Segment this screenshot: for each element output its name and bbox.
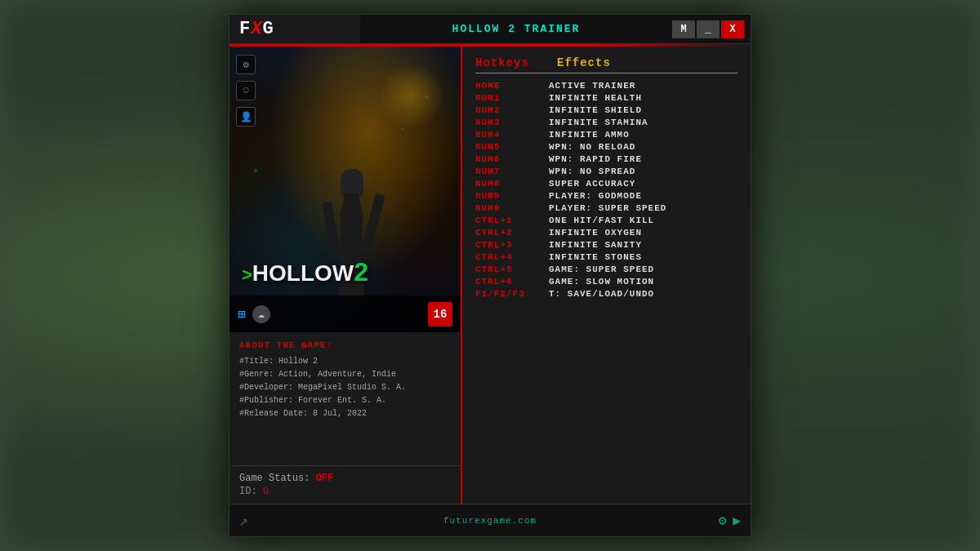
cover-bottom-bar: ⊞ ☁ 16 bbox=[229, 295, 461, 332]
hotkey-row: NUM6 WPN: RAPID FIRE bbox=[475, 153, 737, 165]
effect-infinite-oxygen: INFINITE OXYGEN bbox=[549, 228, 642, 238]
hotkey-row: HOME ACTIVE TRAINER bbox=[475, 80, 737, 91]
hotkey-row: NUM3 INFINITE STAMINA bbox=[475, 117, 737, 128]
footer-settings-icon[interactable]: ⚙ bbox=[719, 513, 727, 529]
game-status: Game Status: OFF bbox=[239, 473, 451, 484]
logo: FXG bbox=[239, 19, 274, 39]
key-num0: NUM0 bbox=[475, 203, 549, 213]
hotkey-row: CTRL+1 ONE HIT/FAST KILL bbox=[475, 215, 737, 226]
footer: ↗ futurexgame.com ⚙ ▶ bbox=[229, 504, 751, 536]
effect-game-super-speed: GAME: SUPER SPEED bbox=[549, 264, 654, 274]
about-line-3: #Developer: MegaPixel Studio S. A. bbox=[239, 381, 451, 394]
cover-icon-settings: ⚙ bbox=[236, 55, 256, 74]
hotkey-row: NUM9 PLAYER: GODMODE bbox=[475, 190, 737, 202]
minimize-button[interactable]: _ bbox=[697, 20, 719, 38]
id-label: ID: bbox=[239, 486, 257, 497]
hotkey-row: NUM5 WPN: NO RELOAD bbox=[475, 141, 737, 153]
footer-website: futurexgame.com bbox=[288, 516, 692, 526]
key-num4: NUM4 bbox=[475, 130, 549, 140]
effect-wpn-rapid-fire: WPN: RAPID FIRE bbox=[549, 154, 642, 164]
hotkey-row: NUM1 INFINITE HEALTH bbox=[475, 92, 737, 104]
steam-icon: ☁ bbox=[252, 305, 270, 323]
hotkeys-column-header: Hotkeys bbox=[475, 56, 557, 69]
key-num8: NUM8 bbox=[475, 179, 549, 189]
effect-wpn-no-reload: WPN: NO RELOAD bbox=[549, 142, 635, 152]
particle-2 bbox=[402, 128, 403, 130]
key-num6: NUM6 bbox=[475, 154, 549, 164]
footer-left: ↗ bbox=[239, 512, 288, 530]
age-rating-badge: 16 bbox=[428, 302, 452, 327]
trainer-window: FXG HOLLOW 2 TRAINER M _ X ⚙ ☺ bbox=[229, 14, 751, 537]
hotkey-row: NUM2 INFINITE SHIELD bbox=[475, 104, 737, 116]
window-title: HOLLOW 2 TRAINER bbox=[360, 23, 672, 35]
game-id: ID: 0 bbox=[239, 486, 451, 497]
key-num2: NUM2 bbox=[475, 105, 549, 115]
id-value: 0 bbox=[263, 486, 269, 497]
hotkey-list: HOME ACTIVE TRAINER NUM1 INFINITE HEALTH… bbox=[475, 80, 737, 300]
footer-right: ⚙ ▶ bbox=[692, 513, 741, 529]
main-content: ⚙ ☺ 👤 >HOLLOW2 ⊞ ☁ 16 bbox=[229, 47, 751, 504]
key-home: HOME bbox=[475, 81, 549, 91]
effect-super-accuracy: SUPER ACCURACY bbox=[549, 179, 635, 189]
left-panel: ⚙ ☺ 👤 >HOLLOW2 ⊞ ☁ 16 bbox=[229, 47, 462, 504]
hotkey-row: CTRL+2 INFINITE OXYGEN bbox=[475, 227, 737, 238]
menu-button[interactable]: M bbox=[672, 20, 695, 38]
footer-play-icon[interactable]: ▶ bbox=[733, 513, 741, 529]
hotkey-row: NUM8 SUPER ACCURACY bbox=[475, 178, 737, 189]
hotkey-row: CTRL+3 INFINITE SANITY bbox=[475, 239, 737, 251]
effect-one-hit-fast-kill: ONE HIT/FAST KILL bbox=[549, 216, 654, 225]
about-line-2: #Genre: Action, Adventure, Indie bbox=[239, 368, 451, 381]
effect-infinite-ammo: INFINITE AMMO bbox=[549, 130, 630, 140]
particle-1 bbox=[425, 96, 428, 98]
key-ctrl5: CTRL+5 bbox=[475, 264, 549, 274]
cover-icon-face: ☺ bbox=[236, 81, 256, 100]
effect-player-godmode: PLAYER: GODMODE bbox=[549, 191, 642, 201]
key-num3: NUM3 bbox=[475, 118, 549, 127]
title-bar: FXG HOLLOW 2 TRAINER M _ X bbox=[229, 15, 751, 44]
key-ctrl1: CTRL+1 bbox=[475, 216, 549, 225]
hotkey-row: NUM7 WPN: NO SPREAD bbox=[475, 166, 737, 177]
char-arm-right bbox=[361, 193, 385, 251]
hotkey-row: CTRL+5 GAME: SUPER SPEED bbox=[475, 264, 737, 275]
about-title: ABOUT THE GAME: bbox=[239, 340, 451, 350]
effect-save-load-undo: T: SAVE/LOAD/UNDO bbox=[549, 289, 654, 299]
effect-infinite-stamina: INFINITE STAMINA bbox=[549, 118, 648, 127]
char-head bbox=[341, 169, 363, 198]
about-line-5: #Release Date: 8 Jul, 2022 bbox=[239, 407, 451, 420]
effect-infinite-stones: INFINITE STONES bbox=[549, 252, 642, 262]
key-ctrl6: CTRL+6 bbox=[475, 277, 549, 287]
close-button[interactable]: X bbox=[721, 20, 744, 38]
effect-infinite-sanity: INFINITE SANITY bbox=[549, 240, 642, 250]
about-line-4: #Publisher: Forever Ent. S. A. bbox=[239, 394, 451, 407]
key-num5: NUM5 bbox=[475, 142, 549, 152]
hotkey-row: NUM0 PLAYER: SUPER SPEED bbox=[475, 202, 737, 214]
effect-game-slow-motion: GAME: SLOW MOTION bbox=[549, 277, 654, 287]
status-value: OFF bbox=[316, 473, 334, 484]
footer-logo-icon: ↗ bbox=[239, 512, 248, 530]
effect-infinite-health: INFINITE HEALTH bbox=[549, 93, 642, 103]
hotkey-row: CTRL+4 INFINITE STONES bbox=[475, 251, 737, 263]
key-num9: NUM9 bbox=[475, 191, 549, 201]
key-ctrl3: CTRL+3 bbox=[475, 240, 549, 250]
right-panel: Hotkeys Effects HOME ACTIVE TRAINER NUM1… bbox=[462, 47, 751, 504]
key-ctrl4: CTRL+4 bbox=[475, 252, 549, 262]
key-f1f2f3: F1/F2/F3 bbox=[475, 289, 549, 299]
key-num7: NUM7 bbox=[475, 167, 549, 176]
game-status-section: Game Status: OFF ID: 0 bbox=[229, 465, 461, 504]
logo-area: FXG bbox=[229, 15, 360, 43]
cover-icons: ⚙ ☺ 👤 bbox=[236, 55, 256, 127]
effect-infinite-shield: INFINITE SHIELD bbox=[549, 105, 642, 115]
cover-glow bbox=[379, 63, 444, 128]
effect-active-trainer: ACTIVE TRAINER bbox=[549, 81, 635, 91]
windows-icon: ⊞ bbox=[238, 306, 246, 322]
cover-icon-user: 👤 bbox=[236, 107, 256, 127]
hotkey-row: NUM4 INFINITE AMMO bbox=[475, 129, 737, 140]
status-label: Game Status: bbox=[239, 473, 310, 484]
key-num1: NUM1 bbox=[475, 93, 549, 103]
char-arm-left bbox=[321, 201, 339, 251]
key-ctrl2: CTRL+2 bbox=[475, 228, 549, 238]
effect-player-super-speed: PLAYER: SUPER SPEED bbox=[549, 203, 666, 213]
hotkeys-header: Hotkeys Effects bbox=[475, 56, 737, 73]
about-section: ABOUT THE GAME: #Title: Hollow 2 #Genre:… bbox=[229, 332, 461, 465]
particle-3 bbox=[254, 169, 257, 172]
